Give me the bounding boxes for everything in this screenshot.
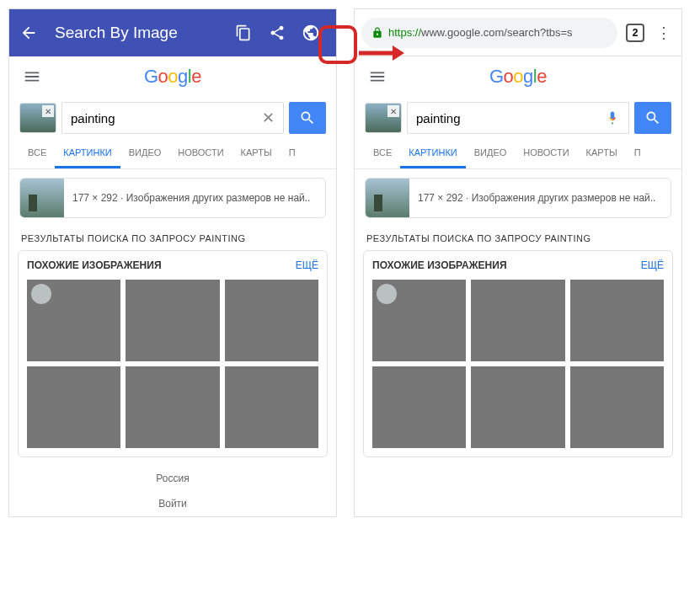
search-row: ✕ ✕	[9, 97, 336, 139]
tab-maps[interactable]: КАРТЫ	[232, 139, 281, 168]
result-image[interactable]	[372, 366, 466, 448]
tab-news[interactable]: НОВОСТИ	[169, 139, 232, 168]
size-thumb	[366, 178, 409, 218]
annotation-arrow	[357, 40, 408, 66]
mic-icon[interactable]	[605, 110, 620, 125]
search-button[interactable]	[289, 102, 326, 134]
more-link[interactable]: ЕЩЁ	[641, 259, 664, 271]
google-header: Google	[9, 56, 336, 97]
tab-maps[interactable]: КАРТЫ	[578, 139, 626, 168]
hamburger-icon[interactable]	[23, 67, 41, 86]
similar-label: ПОХОЖИЕ ИЗОБРАЖЕНИЯ	[27, 259, 162, 271]
overflow-menu-icon[interactable]: ⋮	[653, 24, 675, 42]
lock-icon	[371, 27, 383, 39]
google-logo: Google	[489, 66, 547, 88]
tab-video[interactable]: ВИДЕО	[120, 139, 170, 168]
remove-chip-icon[interactable]: ✕	[387, 105, 399, 117]
remove-chip-icon[interactable]: ✕	[42, 105, 54, 117]
results-title: РЕЗУЛЬТАТЫ ПОИСКА ПО ЗАПРОСУ PAINTING	[9, 227, 336, 250]
url-rest: www.google.com/search?tbs=s	[421, 26, 573, 39]
result-image[interactable]	[372, 280, 466, 361]
size-text: 177 × 292 · Изображения других размеров …	[409, 192, 664, 204]
app-bar: Search By Image	[9, 9, 336, 56]
share-icon[interactable]	[262, 18, 292, 48]
result-image[interactable]	[126, 280, 219, 361]
result-image[interactable]	[570, 366, 664, 448]
tab-images[interactable]: КАРТИНКИ	[400, 139, 465, 168]
search-input-wrap	[407, 102, 629, 134]
search-tabs: ВСЕ КАРТИНКИ ВИДЕО НОВОСТИ КАРТЫ П	[355, 139, 681, 169]
footer-signin[interactable]: Войти	[9, 491, 336, 516]
search-button[interactable]	[634, 102, 671, 134]
app-title: Search By Image	[55, 24, 225, 42]
url-https: https://	[388, 26, 421, 39]
globe-icon[interactable]	[296, 18, 326, 48]
footer: Россия Войти	[9, 466, 336, 516]
size-text: 177 × 292 · Изображения других размеров …	[64, 192, 318, 204]
result-image[interactable]	[225, 366, 318, 448]
right-screenshot: https://www.google.com/search?tbs=s 2 ⋮ …	[354, 8, 682, 517]
tab-all[interactable]: ВСЕ	[19, 139, 55, 168]
result-image[interactable]	[27, 366, 120, 448]
tab-images[interactable]: КАРТИНКИ	[55, 139, 120, 168]
search-row: ✕	[355, 97, 681, 139]
result-image[interactable]	[471, 280, 564, 361]
hamburger-icon[interactable]	[368, 67, 387, 86]
similar-images-card: ПОХОЖИЕ ИЗОБРАЖЕНИЯ ЕЩЁ	[363, 250, 673, 457]
tab-more[interactable]: П	[281, 139, 304, 168]
tab-count[interactable]: 2	[626, 24, 644, 42]
more-link[interactable]: ЕЩЁ	[296, 259, 318, 271]
query-image-chip[interactable]: ✕	[19, 103, 56, 133]
similar-images-card: ПОХОЖИЕ ИЗОБРАЖЕНИЯ ЕЩЁ	[18, 250, 328, 457]
image-grid	[372, 280, 664, 448]
similar-label: ПОХОЖИЕ ИЗОБРАЖЕНИЯ	[372, 259, 507, 271]
back-arrow-icon[interactable]	[19, 24, 38, 42]
left-screenshot: Search By Image Google ✕	[8, 8, 337, 517]
search-input-wrap: ✕	[61, 102, 284, 134]
copy-icon[interactable]	[228, 18, 259, 48]
size-thumb	[20, 178, 64, 218]
query-image-chip[interactable]: ✕	[365, 103, 402, 133]
tab-all[interactable]: ВСЕ	[365, 139, 400, 168]
tab-news[interactable]: НОВОСТИ	[515, 139, 577, 168]
results-title: РЕЗУЛЬТАТЫ ПОИСКА ПО ЗАПРОСУ PAINTING	[355, 227, 681, 250]
google-logo: Google	[144, 66, 201, 88]
search-tabs: ВСЕ КАРТИНКИ ВИДЕО НОВОСТИ КАРТЫ П	[9, 139, 336, 169]
result-image[interactable]	[570, 280, 664, 361]
clear-icon[interactable]: ✕	[262, 109, 275, 127]
search-input[interactable]	[71, 111, 262, 125]
tab-more[interactable]: П	[626, 139, 649, 168]
search-input[interactable]	[416, 111, 600, 125]
result-image[interactable]	[27, 280, 120, 361]
result-image[interactable]	[225, 280, 318, 361]
tab-video[interactable]: ВИДЕО	[466, 139, 516, 168]
image-grid	[27, 280, 318, 448]
result-image[interactable]	[126, 366, 219, 448]
image-size-card[interactable]: 177 × 292 · Изображения других размеров …	[19, 178, 326, 218]
image-size-card[interactable]: 177 × 292 · Изображения других размеров …	[365, 178, 671, 218]
footer-country: Россия	[9, 466, 336, 491]
result-image[interactable]	[471, 366, 564, 448]
